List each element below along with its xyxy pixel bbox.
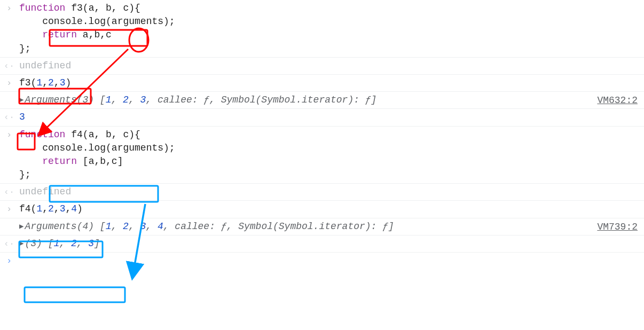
gutter-icon: ‹· bbox=[3, 60, 15, 73]
console-row: ›f4(1,2,3,4) bbox=[0, 201, 644, 218]
gutter-icon: › bbox=[3, 77, 15, 90]
console-input-code[interactable]: function f4(a, b, c){ console.log(argume… bbox=[19, 128, 640, 182]
expand-caret-icon[interactable]: ▶ bbox=[19, 222, 23, 232]
console-input-code[interactable]: f4(1,2,3,4) bbox=[19, 202, 640, 216]
gutter-icon: › bbox=[3, 203, 15, 216]
console-row: ‹·undefined bbox=[0, 184, 644, 201]
console-row: ‹·▶(3) [1, 2, 3] bbox=[0, 235, 644, 253]
console-return-value[interactable]: (3) [1, 2, 3] bbox=[25, 238, 99, 249]
console-return-undefined: undefined bbox=[19, 186, 71, 197]
gutter-icon: › bbox=[3, 2, 15, 15]
console-row: ‹·3 bbox=[0, 109, 644, 126]
expand-caret-icon[interactable]: ▶ bbox=[19, 95, 23, 106]
gutter-icon: › bbox=[3, 129, 15, 142]
gutter-icon: ‹· bbox=[3, 186, 15, 199]
source-link[interactable]: VM632:2 bbox=[597, 94, 638, 107]
console-row: ›function f4(a, b, c){ console.log(argum… bbox=[0, 127, 644, 184]
console-row: ▶Arguments(3) [1, 2, 3, callee: ƒ, Symbo… bbox=[0, 92, 644, 109]
gutter-icon: ‹· bbox=[3, 111, 15, 124]
console-input-code[interactable]: function f3(a, b, c){ console.log(argume… bbox=[19, 2, 640, 56]
console-row: ›f3(1,2,3) bbox=[0, 75, 644, 92]
console-return-value[interactable]: 3 bbox=[19, 112, 25, 122]
console-row: ▶Arguments(4) [1, 2, 3, 4, callee: ƒ, Sy… bbox=[0, 218, 644, 235]
devtools-console: ›function f3(a, b, c){ console.log(argum… bbox=[0, 0, 644, 266]
console-input-prompt[interactable]: › bbox=[0, 253, 644, 266]
console-log-output[interactable]: Arguments(4) [1, 2, 3, 4, callee: ƒ, Sym… bbox=[25, 221, 394, 232]
svg-rect-7 bbox=[25, 287, 125, 302]
console-row: ‹·undefined bbox=[0, 58, 644, 75]
console-return-undefined: undefined bbox=[19, 60, 71, 71]
gutter-icon: › bbox=[3, 255, 15, 268]
source-link[interactable]: VM739:2 bbox=[597, 221, 638, 234]
gutter-icon: ‹· bbox=[3, 238, 15, 250]
expand-caret-icon[interactable]: ▶ bbox=[19, 239, 23, 249]
console-row: ›function f3(a, b, c){ console.log(argum… bbox=[0, 0, 644, 58]
console-input-code[interactable]: f3(1,2,3) bbox=[19, 76, 640, 90]
console-log-output[interactable]: Arguments(3) [1, 2, 3, callee: ƒ, Symbol… bbox=[25, 95, 376, 105]
